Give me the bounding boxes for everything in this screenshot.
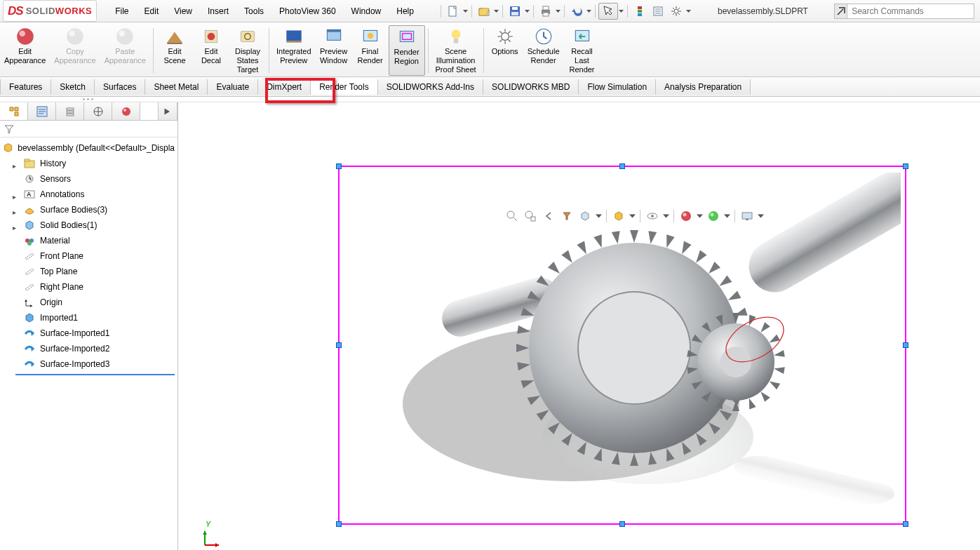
tree-item-0[interactable]: History [3,156,175,171]
open-file-button[interactable] [475,4,493,19]
tree-root[interactable]: bevelassembly (Default<<Default>_Displa [3,140,175,156]
region-handle-bm[interactable] [619,521,625,527]
tree-item-6[interactable]: Front Plane [3,248,175,264]
menu-tools[interactable]: Tools [237,4,271,19]
expand-toggle[interactable] [13,161,19,167]
tree-item-3[interactable]: Surface Bodies(3) [3,202,175,217]
region-handle-bl[interactable] [336,521,342,527]
tab-surfaces[interactable]: Surfaces [95,79,145,95]
tree-item-2[interactable]: AAnnotations [3,187,175,202]
undo-button[interactable] [568,4,586,19]
integrated-preview-icon [283,27,304,46]
tab-analysis-prep[interactable]: Analysis Preparation [656,79,751,95]
svg-rect-32 [453,39,457,43]
expand-toggle[interactable] [13,222,19,229]
tab-dimxpert[interactable]: DimXpert [258,79,311,95]
tree-item-1[interactable]: Sensors [3,171,175,187]
fm-expand-button[interactable] [158,102,177,120]
tree-item-9[interactable]: Origin [3,295,175,310]
file-properties-button[interactable] [649,4,667,19]
new-file-button[interactable] [444,4,462,19]
preview-window-button[interactable]: PreviewWindow [316,25,352,76]
menu-help[interactable]: Help [389,4,421,19]
tree-item-10[interactable]: Imported1 [3,310,175,326]
rollback-bar[interactable] [15,374,175,375]
svg-point-15 [69,30,75,36]
tab-sheet-metal[interactable]: Sheet Metal [145,79,208,95]
rebuild-button[interactable] [631,4,649,19]
open-file-dropdown[interactable] [493,5,499,18]
svg-rect-2 [512,7,518,10]
save-dropdown[interactable] [524,5,530,18]
menu-pv360[interactable]: PhotoView 360 [272,4,343,19]
tree-item-11[interactable]: Surface-Imported1 [3,326,175,341]
tree-item-13[interactable]: Surface-Imported3 [3,356,175,372]
feature-tree-filter[interactable] [0,121,177,138]
render-options-button[interactable]: Options [487,25,523,76]
fm-tab-displaymanager[interactable] [112,102,140,120]
tab-mbd[interactable]: SOLIDWORKS MBD [483,79,579,95]
schedule-render-button[interactable]: ScheduleRender [523,25,564,76]
svg-point-17 [119,30,126,36]
new-file-dropdown[interactable] [462,5,469,18]
menu-insert[interactable]: Insert [201,4,236,19]
tab-render-tools[interactable]: Render Tools [311,79,378,95]
render-region-selection[interactable] [338,166,906,525]
region-handle-tr[interactable] [903,163,908,169]
options-button[interactable] [667,4,685,19]
expand-toggle[interactable] [13,207,19,213]
region-handle-tl[interactable] [336,163,342,169]
schedule-icon [533,27,554,46]
select-button[interactable] [598,3,618,20]
options-dropdown[interactable] [685,5,692,18]
region-handle-br[interactable] [903,521,908,527]
tree-item-4[interactable]: Solid Bodies(1) [3,217,175,233]
region-handle-tm[interactable] [619,163,625,169]
expand-toggle[interactable] [13,192,19,198]
region-handle-ml[interactable] [336,342,342,348]
simported-icon [23,358,36,370]
graphics-area[interactable]: Y [178,102,980,550]
integrated-preview-button[interactable]: IntegratedPreview [272,25,316,76]
tab-features[interactable]: Features [0,79,51,95]
copy-appearance-label: CopyAppearance [54,47,95,65]
print-dropdown[interactable] [555,5,561,18]
edit-decal-button[interactable]: EditDecal [193,25,229,76]
tree-item-5[interactable]: Material [3,233,175,248]
display-states-target-button[interactable]: DisplayStatesTarget [229,25,266,76]
search-commands[interactable] [834,4,974,19]
fm-tab-featuretree[interactable] [0,102,28,120]
fm-tab-propertymanager[interactable] [28,102,56,120]
print-button[interactable] [537,4,555,19]
edit-appearance-button[interactable]: EditAppearance [0,25,50,76]
svg-rect-23 [286,30,301,41]
menu-edit[interactable]: Edit [137,4,166,19]
search-commands-input[interactable] [847,6,974,16]
tree-item-8[interactable]: Right Plane [3,279,175,295]
svg-rect-8 [638,10,642,13]
render-region-button[interactable]: RenderRegion [389,25,425,76]
menu-window[interactable]: Window [344,4,389,19]
scene-illumination-button[interactable]: SceneIlluminationProof Sheet [431,25,481,76]
edit-scene-button[interactable]: EditScene [156,25,193,76]
tab-addins[interactable]: SOLIDWORKS Add-Ins [378,79,483,95]
quick-access-toolbar [438,3,692,20]
select-dropdown[interactable] [618,5,624,18]
tree-item-12[interactable]: Surface-Imported2 [3,341,175,356]
menu-file[interactable]: File [108,4,135,19]
region-handle-mr[interactable] [903,342,908,348]
menu-view[interactable]: View [167,4,199,19]
tree-item-label: Surface-Imported2 [40,344,109,354]
fm-tab-configmanager[interactable] [56,102,84,120]
cm-tab-handle[interactable] [0,97,980,102]
undo-dropdown[interactable] [586,5,592,18]
recall-last-render-button[interactable]: RecallLastRender [564,25,600,76]
expand-toggle [13,346,19,352]
tab-flow-sim[interactable]: Flow Simulation [579,79,656,95]
final-render-button[interactable]: FinalRender [352,25,389,76]
tab-evaluate[interactable]: Evaluate [208,79,258,95]
tree-item-7[interactable]: Top Plane [3,264,175,279]
save-button[interactable] [506,4,524,19]
fm-tab-dimxpertmanager[interactable] [84,102,112,120]
tab-sketch[interactable]: Sketch [51,79,95,95]
